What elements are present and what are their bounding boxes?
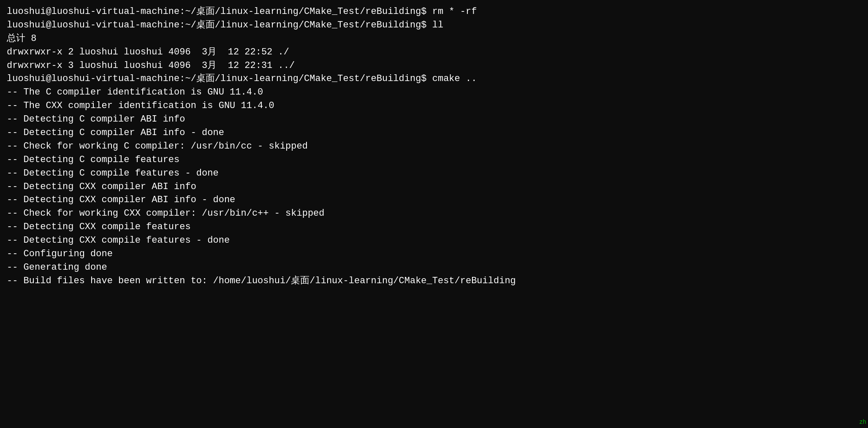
terminal-line: -- Detecting CXX compiler ABI info - don… (7, 193, 861, 207)
terminal-line: -- Build files have been written to: /ho… (7, 274, 861, 288)
terminal-container: luoshui@luoshui-virtual-machine:~/桌面/lin… (7, 5, 861, 288)
terminal-line: -- Detecting C compile features - done (7, 167, 861, 180)
terminal-line: drwxrwxr-x 2 luoshui luoshui 4096 3月 12 … (7, 46, 861, 59)
terminal-line: -- Detecting CXX compiler ABI info (7, 180, 861, 194)
terminal-line: -- Detecting C compiler ABI info - done (7, 126, 861, 140)
terminal-line: luoshui@luoshui-virtual-machine:~/桌面/lin… (7, 72, 861, 86)
terminal-line: drwxrwxr-x 3 luoshui luoshui 4096 3月 12 … (7, 59, 861, 73)
terminal-line: -- Detecting C compile features (7, 153, 861, 167)
terminal-line: -- Detecting CXX compile features (7, 220, 861, 234)
terminal-line: -- The C compiler identification is GNU … (7, 86, 861, 99)
terminal-line: -- Generating done (7, 261, 861, 274)
language-badge: zh (859, 418, 866, 426)
terminal-line: -- Detecting CXX compile features - done (7, 234, 861, 247)
terminal-line: -- Check for working CXX compiler: /usr/… (7, 207, 861, 220)
terminal-line: -- The CXX compiler identification is GN… (7, 99, 861, 113)
terminal-line: luoshui@luoshui-virtual-machine:~/桌面/lin… (7, 5, 861, 19)
terminal-line: 总计 8 (7, 32, 861, 46)
terminal-line: -- Detecting C compiler ABI info (7, 113, 861, 126)
terminal-line: -- Configuring done (7, 247, 861, 261)
terminal-line: -- Check for working C compiler: /usr/bi… (7, 140, 861, 153)
terminal-line: luoshui@luoshui-virtual-machine:~/桌面/lin… (7, 19, 861, 32)
